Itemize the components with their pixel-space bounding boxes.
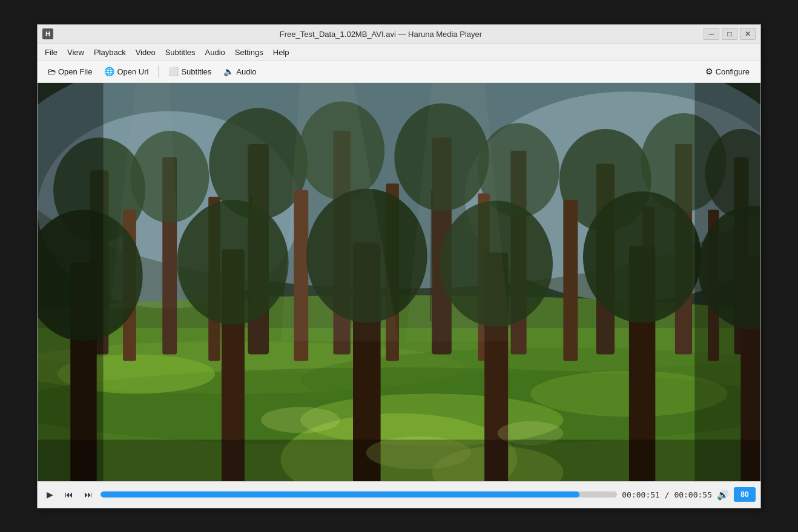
configure-icon: ⚙: [705, 67, 713, 76]
configure-label: Configure: [716, 67, 750, 76]
configure-button[interactable]: ⚙ Configure: [699, 64, 756, 79]
skip-back-button[interactable]: ⏮: [62, 487, 76, 502]
window-controls: ─ □ ✕: [704, 28, 756, 40]
menu-audio[interactable]: Audio: [200, 46, 230, 59]
title-bar: H Free_Test_Data_1.02MB_AVI.avi — Haruna…: [38, 25, 760, 44]
svg-rect-62: [694, 83, 760, 481]
menu-file[interactable]: File: [40, 46, 62, 59]
svg-rect-63: [38, 439, 760, 481]
time-display: 00:00:51 / 00:00:55: [622, 490, 712, 499]
play-button[interactable]: ▶: [42, 487, 57, 502]
close-button[interactable]: ✕: [740, 28, 756, 40]
menu-settings[interactable]: Settings: [230, 46, 268, 59]
open-url-button[interactable]: 🌐 Open Url: [99, 64, 153, 79]
svg-rect-61: [38, 83, 104, 481]
skip-forward-icon: ⏭: [84, 490, 93, 499]
controls-bar: ▶ ⏮ ⏭ 00:00:51 / 00:00:55 🔊 80: [38, 481, 760, 508]
open-url-label: Open Url: [117, 67, 148, 76]
minimize-button[interactable]: ─: [704, 28, 719, 40]
svg-point-53: [583, 191, 701, 323]
volume-display: 80: [734, 487, 756, 502]
skip-forward-button[interactable]: ⏭: [81, 487, 96, 502]
skip-back-icon: ⏮: [65, 490, 73, 499]
main-window: H Free_Test_Data_1.02MB_AVI.avi — Haruna…: [37, 24, 761, 508]
audio-icon: 🔈: [223, 67, 234, 76]
audio-label: Audio: [236, 67, 256, 76]
subtitles-label: Subtitles: [181, 67, 211, 76]
open-file-icon: 🗁: [47, 67, 56, 76]
app-icon: H: [42, 28, 53, 39]
toolbar: 🗁 Open File 🌐 Open Url ⬜ Subtitles 🔈 Aud…: [38, 61, 760, 83]
subtitles-icon: ⬜: [168, 67, 179, 76]
toolbar-separator: [158, 65, 159, 77]
progress-bar[interactable]: [101, 491, 617, 498]
open-file-button[interactable]: 🗁 Open File: [42, 64, 97, 79]
menu-view[interactable]: View: [62, 46, 89, 59]
menu-bar: File View Playback Video Subtitles Audio…: [38, 44, 760, 61]
open-url-icon: 🌐: [104, 67, 114, 76]
maximize-button[interactable]: □: [722, 28, 737, 40]
menu-video[interactable]: Video: [131, 46, 160, 59]
subtitles-button[interactable]: ⬜ Subtitles: [163, 64, 216, 79]
progress-fill: [101, 491, 579, 498]
window-title: Free_Test_Data_1.02MB_AVI.avi — Haruna M…: [58, 30, 704, 39]
video-canvas: [38, 83, 760, 481]
video-area[interactable]: [38, 83, 760, 481]
time-separator: /: [660, 490, 674, 499]
audio-button[interactable]: 🔈 Audio: [219, 64, 261, 79]
menu-subtitles[interactable]: Subtitles: [160, 46, 200, 59]
menu-playback[interactable]: Playback: [89, 46, 131, 59]
svg-point-55: [261, 407, 340, 433]
open-file-label: Open File: [58, 67, 92, 76]
menu-help[interactable]: Help: [268, 46, 294, 59]
svg-rect-37: [563, 200, 578, 361]
svg-point-50: [177, 200, 289, 324]
total-time: 00:00:55: [674, 490, 712, 499]
volume-button[interactable]: 🔊: [717, 489, 729, 501]
play-icon: ▶: [47, 490, 53, 499]
current-time: 00:00:51: [622, 490, 660, 499]
